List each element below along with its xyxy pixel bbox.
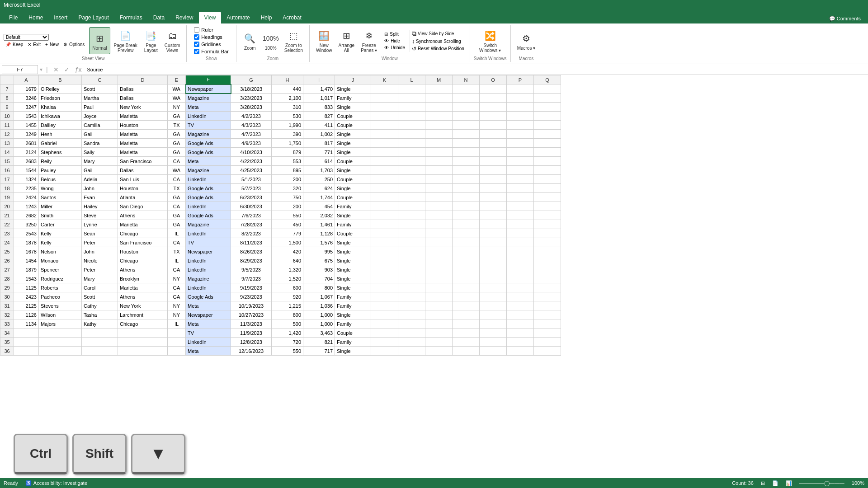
cell-g[interactable]: 4/10/2023 (231, 148, 272, 157)
cell-e[interactable] (168, 338, 186, 347)
cell-p[interactable] (507, 283, 534, 292)
cell-f[interactable]: Google Ads (186, 292, 231, 301)
gridlines-checkbox[interactable] (194, 42, 199, 47)
cell-b[interactable]: Hesh (39, 130, 82, 139)
cell-l[interactable] (398, 211, 425, 220)
row-number[interactable]: 25 (0, 247, 14, 256)
cell-c[interactable] (82, 328, 118, 338)
row-number[interactable]: 32 (0, 310, 14, 319)
cell-p[interactable] (507, 220, 534, 229)
cell-l[interactable] (398, 166, 425, 175)
zoom-button[interactable]: 🔍 Zoom (240, 26, 260, 55)
cell-g[interactable]: 7/6/2023 (231, 211, 272, 220)
cell-a[interactable]: 2681 (14, 139, 39, 148)
col-header-a[interactable]: A (14, 75, 39, 84)
cell-q[interactable] (534, 292, 561, 301)
cell-l[interactable] (398, 347, 425, 356)
cell-l[interactable] (398, 84, 425, 94)
col-header-h[interactable]: H (272, 75, 303, 84)
cell-c[interactable]: Peter (82, 238, 118, 247)
cell-b[interactable]: Pacheco (39, 292, 82, 301)
cell-h[interactable]: 1,750 (272, 139, 303, 148)
cell-q[interactable] (534, 328, 561, 338)
cell-l[interactable] (398, 301, 425, 310)
cell-e[interactable]: CA (168, 202, 186, 211)
cell-p[interactable] (507, 84, 534, 94)
cell-g[interactable]: 8/11/2023 (231, 238, 272, 247)
cell-b[interactable]: Roberts (39, 283, 82, 292)
cell-c[interactable]: Sally (82, 148, 118, 157)
cell-k[interactable] (371, 238, 398, 247)
cell-o[interactable] (480, 166, 507, 175)
cell-m[interactable] (425, 130, 453, 139)
cell-g[interactable]: 3/28/2023 (231, 103, 272, 112)
cell-k[interactable] (371, 301, 398, 310)
cell-d[interactable] (118, 328, 168, 338)
cell-a[interactable]: 1324 (14, 175, 39, 184)
cell-o[interactable] (480, 238, 507, 247)
cell-n[interactable] (453, 301, 480, 310)
cell-d[interactable]: Chicago (118, 319, 168, 328)
cell-f[interactable]: LinkedIn (186, 112, 231, 121)
ruler-checkbox[interactable] (194, 27, 199, 33)
cell-b[interactable]: Khalsa (39, 103, 82, 112)
cell-e[interactable]: GA (168, 220, 186, 229)
cell-q[interactable] (534, 175, 561, 184)
cell-n[interactable] (453, 166, 480, 175)
cell-m[interactable] (425, 139, 453, 148)
cell-d[interactable]: Marietta (118, 148, 168, 157)
cell-j[interactable]: Single (335, 247, 371, 256)
cell-m[interactable] (425, 184, 453, 193)
cell-o[interactable] (480, 347, 507, 356)
cell-g[interactable]: 5/1/2023 (231, 175, 272, 184)
tab-automate[interactable]: Automate (221, 12, 255, 23)
cell-h[interactable]: 320 (272, 184, 303, 193)
cell-f[interactable]: Meta (186, 301, 231, 310)
cell-m[interactable] (425, 292, 453, 301)
cell-f[interactable]: Google Ads (186, 193, 231, 202)
cell-c[interactable]: Scott (82, 84, 118, 94)
cell-d[interactable]: Dallas (118, 84, 168, 94)
cell-b[interactable] (39, 338, 82, 347)
cell-e[interactable]: GA (168, 283, 186, 292)
cell-g[interactable]: 8/29/2023 (231, 256, 272, 265)
page-layout-button[interactable]: 📑 PageLayout (141, 27, 161, 54)
cell-k[interactable] (371, 292, 398, 301)
cell-h[interactable]: 500 (272, 319, 303, 328)
cell-b[interactable]: Wong (39, 184, 82, 193)
cell-h[interactable]: 1,500 (272, 238, 303, 247)
cell-h[interactable]: 200 (272, 175, 303, 184)
cell-d[interactable] (118, 338, 168, 347)
cell-b[interactable] (39, 347, 82, 356)
cell-i[interactable]: 624 (303, 184, 335, 193)
cell-h[interactable]: 1,990 (272, 121, 303, 130)
cell-o[interactable] (480, 121, 507, 130)
cell-f[interactable]: Newspaper (186, 310, 231, 319)
cell-a[interactable] (14, 347, 39, 356)
cell-q[interactable] (534, 347, 561, 356)
cell-f[interactable]: LinkedIn (186, 283, 231, 292)
cell-p[interactable] (507, 292, 534, 301)
cell-b[interactable]: Rodriguez (39, 274, 82, 283)
row-number[interactable]: 23 (0, 229, 14, 238)
zoom-selection-button[interactable]: ⬚ Zoom toSelection (282, 26, 306, 55)
cell-f[interactable]: LinkedIn (186, 175, 231, 184)
cell-d[interactable]: Larchmont (118, 310, 168, 319)
cell-n[interactable] (453, 184, 480, 193)
row-number[interactable]: 30 (0, 292, 14, 301)
cell-l[interactable] (398, 103, 425, 112)
cell-e[interactable]: GA (168, 265, 186, 274)
cell-l[interactable] (398, 220, 425, 229)
keep-button[interactable]: 📌Keep (4, 42, 25, 47)
row-number[interactable]: 18 (0, 184, 14, 193)
exit-button[interactable]: ✕Exit (26, 42, 42, 47)
cell-k[interactable] (371, 338, 398, 347)
cell-q[interactable] (534, 184, 561, 193)
cell-o[interactable] (480, 310, 507, 319)
cell-f[interactable]: Meta (186, 347, 231, 356)
cell-k[interactable] (371, 175, 398, 184)
cell-g[interactable]: 6/30/2023 (231, 202, 272, 211)
cell-m[interactable] (425, 193, 453, 202)
cell-i[interactable]: 800 (303, 283, 335, 292)
cell-j[interactable]: Couple (335, 157, 371, 166)
